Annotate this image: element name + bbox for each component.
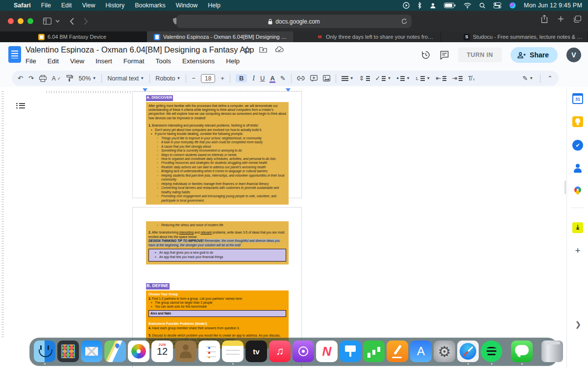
font-select[interactable]: Roboto ▼ <box>155 75 180 82</box>
font-size-decrease[interactable]: − <box>192 75 196 82</box>
increase-indent-icon[interactable]: ⇥ <box>452 75 463 82</box>
menubar-item[interactable]: Safari <box>14 2 31 9</box>
tab-fantasy-device[interactable]: ▣ 6.04 BM Fantasy Device <box>0 31 147 42</box>
dock-notes-icon[interactable] <box>222 340 244 364</box>
spotlight-search-icon[interactable] <box>479 2 486 9</box>
new-tab-icon[interactable] <box>558 16 564 22</box>
bold-button[interactable]: B <box>236 74 247 82</box>
spellcheck-icon[interactable]: A✓ <box>52 75 61 82</box>
google-tasks-icon[interactable] <box>572 140 583 151</box>
tab-overview-icon[interactable] <box>574 16 581 23</box>
font-size-increase[interactable]: + <box>220 75 224 82</box>
add-comment-icon[interactable] <box>310 75 318 82</box>
dock-contacts-icon[interactable] <box>175 340 196 364</box>
sidebar-chevron-icon[interactable] <box>55 20 60 23</box>
share-button[interactable]: Share <box>511 47 558 63</box>
screen-mirroring-icon[interactable] <box>403 2 410 9</box>
tab-gmail[interactable]: M Only three days left to share your not… <box>294 31 441 42</box>
addon-download-icon[interactable]: ⤓ <box>572 222 583 233</box>
paint-format-icon[interactable] <box>66 75 73 82</box>
dock-photos-icon[interactable] <box>128 340 149 364</box>
cloud-saved-icon[interactable] <box>275 46 284 53</box>
ideas-answer-box[interactable]: An app that gives you a new goal to doAn… <box>148 249 286 262</box>
star-icon[interactable] <box>244 46 251 53</box>
menubar-clock[interactable]: Mon Jun 12 9:45 PM <box>524 2 582 9</box>
dock-messages-icon[interactable] <box>511 340 533 364</box>
battery-icon[interactable] <box>444 2 456 8</box>
dock-calendar-icon[interactable]: JUN12 <box>151 340 173 364</box>
docs-menu-item[interactable]: Insert <box>96 57 112 65</box>
align-icon[interactable]: ▼ <box>342 76 354 81</box>
checklist-icon[interactable]: ✓ ▼ <box>375 75 392 82</box>
google-maps-icon[interactable] <box>572 186 583 197</box>
menubar-item[interactable]: View <box>82 2 95 9</box>
italic-button[interactable]: I <box>252 75 255 82</box>
insert-image-icon[interactable] <box>323 75 330 81</box>
dock-safari-icon[interactable] <box>457 340 479 364</box>
insert-link-icon[interactable] <box>297 76 305 80</box>
text-color-button[interactable]: A <box>270 75 274 82</box>
back-button[interactable] <box>70 18 74 25</box>
dock-appstore-icon[interactable]: A <box>410 340 432 364</box>
turn-in-button[interactable]: TURN IN <box>458 48 502 62</box>
menubar-item[interactable]: Help <box>208 2 220 9</box>
bulleted-list-icon[interactable]: • ▼ <box>396 75 410 82</box>
vertical-ruler[interactable] <box>0 91 4 339</box>
get-addons-icon[interactable]: + <box>572 245 583 256</box>
bluetooth-icon[interactable] <box>417 2 422 9</box>
google-calendar-icon[interactable]: 31 <box>572 93 583 104</box>
dock-spotify-icon[interactable] <box>481 340 502 364</box>
user-switch-icon[interactable] <box>430 2 436 9</box>
dock-keynote-icon[interactable] <box>340 340 361 364</box>
dock-news-icon[interactable]: N <box>316 340 338 364</box>
menubar-item[interactable]: Bookmarks <box>135 2 166 9</box>
decrease-indent-icon[interactable]: ⇤ <box>436 75 446 82</box>
docs-menu-item[interactable]: Extensions <box>182 57 215 65</box>
dock-finder-icon[interactable] <box>34 340 55 364</box>
google-contacts-icon[interactable] <box>572 163 583 174</box>
docs-menu-item[interactable]: Format <box>123 57 145 65</box>
docs-menu-item[interactable]: Tools <box>156 57 172 65</box>
tab-studocu[interactable]: S Studocu - Free summaries, lecture note… <box>441 31 588 42</box>
share-page-icon[interactable] <box>541 15 548 23</box>
docs-menu-item[interactable]: Edit <box>48 57 59 65</box>
close-window-button[interactable] <box>8 18 14 24</box>
menubar-item[interactable]: File <box>41 2 51 9</box>
partners-answer-box[interactable]: Alex and Nate <box>148 310 286 317</box>
dock-appletv-icon[interactable]: tv <box>245 340 267 364</box>
siri-icon[interactable] <box>509 2 516 9</box>
dock-trash-icon[interactable] <box>541 340 563 364</box>
menubar-item[interactable]: Window <box>176 2 197 9</box>
version-history-icon[interactable] <box>421 50 431 60</box>
tab-google-doc-active[interactable]: Valentino Espinoza - Oxman 6.04[BM] Desi… <box>147 31 294 42</box>
undo-icon[interactable]: ↶ <box>18 75 23 82</box>
print-icon[interactable] <box>39 75 47 82</box>
show-side-panel-chevron[interactable]: ❯ <box>575 320 581 329</box>
paragraph-style-select[interactable]: Normal text ▼ <box>107 75 144 82</box>
dock-podcasts-icon[interactable] <box>293 340 314 364</box>
google-keep-icon[interactable] <box>572 116 583 127</box>
sidebar-toggle-icon[interactable] <box>43 18 51 25</box>
account-avatar[interactable]: V <box>566 48 581 62</box>
document-title[interactable]: Valentino Espinoza - Oxman 6.04[BM] Desi… <box>25 45 254 54</box>
control-center-icon[interactable] <box>493 2 501 8</box>
collapse-toolbar-icon[interactable]: ⌃ <box>547 75 553 82</box>
zoom-select[interactable]: 50% ▼ <box>78 75 96 82</box>
highlight-color-button[interactable]: ✎ <box>280 75 286 82</box>
move-to-folder-icon[interactable] <box>259 46 267 53</box>
clear-formatting-icon[interactable]: T̸ₓ <box>468 75 474 82</box>
docs-menu-item[interactable]: File <box>25 57 36 65</box>
menubar-item[interactable]: Edit <box>61 2 72 9</box>
reload-icon[interactable] <box>401 18 407 25</box>
scrollbar-thumb[interactable] <box>564 181 566 194</box>
docs-menu-item[interactable]: Help <box>226 57 240 65</box>
wifi-icon[interactable] <box>464 2 471 8</box>
dock-numbers-icon[interactable] <box>363 340 385 364</box>
minimize-window-button[interactable] <box>18 18 24 24</box>
document-outline-icon[interactable] <box>16 102 25 109</box>
forward-button[interactable] <box>84 18 88 25</box>
dock-maps-icon[interactable] <box>104 340 126 364</box>
dock-reminders-icon[interactable] <box>198 340 220 364</box>
dock-music-icon[interactable]: ♫ <box>269 340 291 364</box>
docs-menu-item[interactable]: View <box>70 57 84 65</box>
